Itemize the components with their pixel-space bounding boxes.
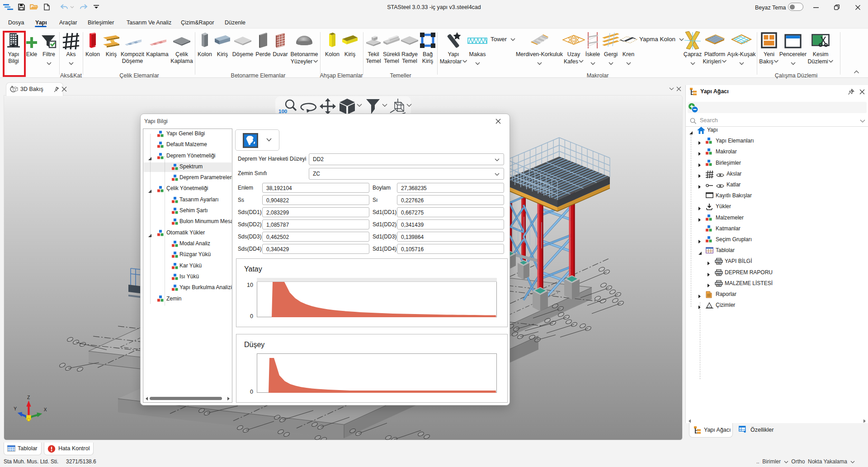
svg-text:AB: AB [717,284,721,286]
svg-text:AB: AB [717,273,721,276]
svg-text:Z: Z [27,395,30,400]
svg-text:X: X [44,407,47,412]
svg-text:AB: AB [717,262,721,264]
svg-text:Y: Y [14,406,17,411]
